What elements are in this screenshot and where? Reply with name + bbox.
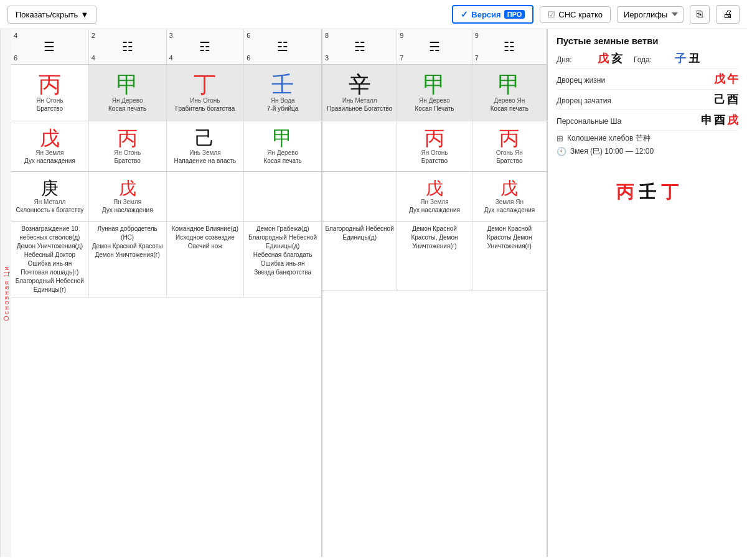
trigram-symbol-2: ☶ (169, 39, 242, 54)
hier-r1c3: 壬 (271, 73, 294, 96)
life-palace-char-1: 午 (727, 72, 738, 86)
hier-rr2c2: 丙 (499, 128, 519, 148)
version-button[interactable]: ✓ Версия ПРО (452, 5, 533, 24)
role-rr1c1: Косая Печать (415, 105, 454, 113)
pro-badge: ПРО (504, 10, 525, 19)
left-r1c1: 甲 Ян Дерево Косая печать (89, 65, 167, 121)
life-palace-row: Дворец жизни 戊 午 (557, 72, 738, 90)
print-button[interactable]: 🖨 (716, 5, 740, 24)
hieroglyph-select[interactable]: Иероглифы (617, 6, 684, 23)
grid-icon: ⊞ (557, 134, 563, 143)
elem-r3c1: Ян Земля (113, 198, 141, 206)
info-title: Пустые земные ветви (557, 35, 738, 46)
elem-r1c1: Ян Дерево (112, 97, 143, 105)
hier-r3c1: 戊 (119, 180, 136, 197)
left-r2c0: 戊 Ян Земля Дух наслаждения (11, 121, 89, 171)
left-r3c3 (244, 172, 321, 222)
role-r1c2: Грабитель богатства (176, 105, 235, 113)
trigram-sym-r0: ☵ (325, 39, 394, 54)
conception-palace-label: Дворец зачатия (557, 96, 611, 105)
right-r1c1: 甲 Ян Дерево Косая Печать (397, 65, 472, 121)
hier-r1c1: 甲 (116, 73, 139, 96)
trigram-symbol-1: ☷ (92, 39, 164, 54)
life-palace-label: Дворец жизни (557, 76, 605, 85)
hier-rr2c1: 丙 (425, 128, 444, 148)
hier-r3c0: 庚 (41, 180, 59, 197)
elem-rr3c1: Ян Земля (420, 198, 448, 206)
conception-char-0: 己 (714, 92, 725, 107)
role-rr1c0: Правильное Богатство (327, 105, 392, 113)
right-trigram-2: 9 ☷ 7 (472, 29, 547, 64)
snc-button[interactable]: ☑ СНС кратко (540, 6, 611, 23)
left-r1c2: 丁 Инь Огонь Грабитель богатства (167, 65, 245, 121)
hier-r2c2: 己 (195, 128, 215, 148)
hier-r1c2: 丁 (194, 73, 216, 96)
sha-char-0: 申 (701, 113, 712, 128)
left-r2c2: 己 Инь Земля Нападение на власть (167, 121, 245, 171)
version-label: Версия (471, 10, 500, 19)
role-r2c3: Косая печать (264, 157, 302, 165)
right-note0: Благородный Небесной Единицы(д) (322, 222, 397, 291)
hier-r2c3: 甲 (273, 128, 293, 148)
elem-rr2c2: Огонь Ян (496, 149, 523, 157)
right-trigram-row: 8 ☵ 3 9 ☴ 7 9 ☷ 7 (322, 29, 547, 65)
conception-palace-row: Дворец зачатия 己 酉 (557, 92, 738, 110)
day-year-row: Дня: 戊 亥 Года: 子 丑 (557, 51, 738, 69)
right-row3: 戊 Ян Земля Дух наслаждения 戊 Земля Ян Ду… (322, 172, 547, 222)
trigram-sym-r2: ☷ (475, 39, 544, 54)
elem-r2c1: Ян Огонь (114, 149, 141, 157)
trigram-symbol-3: ☳ (247, 39, 319, 54)
elem-r1c0: Ян Огонь (36, 97, 63, 105)
trigram-cell-3: 6 ☳ 6 (244, 29, 321, 64)
left-notes-row: Вознаграждение 10 небесных стволов(д)Дем… (11, 222, 321, 297)
right-note2: Демон Красной Красоты Демон Уничтожения(… (472, 222, 547, 291)
main-layout: Основная Ци 4 ☰ 6 2 ☷ 4 3 ☶ 4 (0, 29, 747, 557)
role-rr2c2: Братство (496, 157, 522, 165)
role-rr3c1: Дух наслаждения (409, 207, 460, 214)
sha-char-1: 酉 (714, 113, 725, 128)
right-r2c2: 丙 Огонь Ян Братство (472, 121, 547, 171)
right-r2c0 (322, 121, 397, 171)
role-r2c0: Дух наслаждения (24, 157, 75, 165)
left-note0: Вознаграждение 10 небесных стволов(д)Дем… (11, 222, 89, 297)
life-palace-char-0: 戊 (714, 72, 725, 86)
role-r1c0: Братство (37, 105, 63, 113)
right-notes-row: Благородный Небесной Единицы(д) Демон Кр… (322, 222, 547, 291)
elem-rr3c2: Земля Ян (496, 198, 524, 206)
elem-r2c2: Инь Земля (189, 149, 220, 157)
role-r2c1: Братство (114, 157, 140, 165)
right-note1: Демон Красной Красоты, Демон Уничтожения… (397, 222, 472, 291)
year-char-0: 子 (675, 51, 686, 66)
hier-rr1c2: 甲 (498, 73, 520, 96)
share-icon: ⎘ (697, 9, 703, 19)
elem-rr2c1: Ян Огонь (421, 149, 448, 157)
left-r3c1: 戊 Ян Земля Дух наслаждения (89, 172, 167, 222)
role-r1c3: 7-й убийца (267, 105, 299, 113)
left-note3: Демон Грабежа(д)Благородный Небесной Еди… (244, 222, 321, 297)
day-char-0: 戊 (598, 51, 609, 66)
left-row3: 庚 Ян Металл Склонность к богатству 戊 Ян … (11, 172, 321, 222)
header: Показать/скрыть ▼ ✓ Версия ПРО ☑ СНС кра… (0, 0, 747, 29)
print-icon: 🖨 (723, 9, 733, 19)
snake-label: Змея (巳) 10:00 — 12:00 (570, 146, 654, 157)
trigram-cell-1: 2 ☷ 4 (89, 29, 167, 64)
show-hide-button[interactable]: Показать/скрыть ▼ (7, 6, 96, 24)
elem-rr1c0: Инь Металл (342, 97, 377, 105)
left-r2c1: 丙 Ян Огонь Братство (89, 121, 167, 171)
sidebar-label: Основная Ци (0, 29, 11, 557)
role-r3c1: Дух наслаждения (102, 207, 153, 214)
show-hide-label: Показать/скрыть (16, 10, 78, 19)
right-row2: 丙 Ян Огонь Братство 丙 Огонь Ян Братство (322, 121, 547, 172)
trigram-cell-2: 3 ☶ 4 (167, 29, 245, 64)
snake-row: 🕙 Змея (巳) 10:00 — 12:00 (557, 146, 738, 157)
elem-r3c0: Ян Металл (34, 198, 65, 206)
role-rr2c1: Братство (421, 157, 448, 165)
role-r3c0: Склонность к богатству (16, 207, 84, 214)
right-r1c2: 甲 Дерево Ян Косая печать (472, 65, 547, 121)
personal-sha-row: Персональные Ша 申 酉 戌 (557, 113, 738, 131)
koloshenie-row: ⊞ Колошение хлебов 芒种 (557, 133, 738, 144)
snc-label: СНС кратко (558, 10, 603, 19)
share-button[interactable]: ⎘ (690, 5, 710, 24)
left-r3c0: 庚 Ян Металл Склонность к богатству (11, 172, 89, 222)
info-panel: Пустые земные ветви Дня: 戊 亥 Года: 子 丑 Д… (548, 29, 747, 557)
